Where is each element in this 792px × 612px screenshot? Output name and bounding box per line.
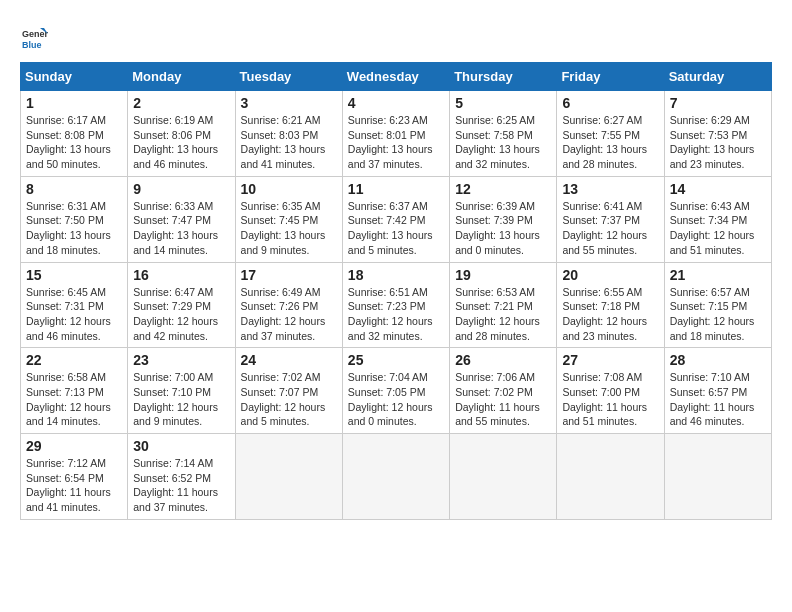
day-info: Sunrise: 6:41 AM Sunset: 7:37 PM Dayligh… <box>562 199 658 258</box>
day-number: 30 <box>133 438 229 454</box>
calendar-cell: 16Sunrise: 6:47 AM Sunset: 7:29 PM Dayli… <box>128 262 235 348</box>
day-number: 5 <box>455 95 551 111</box>
col-header-thursday: Thursday <box>450 63 557 91</box>
day-info: Sunrise: 6:19 AM Sunset: 8:06 PM Dayligh… <box>133 113 229 172</box>
day-number: 1 <box>26 95 122 111</box>
calendar-table: SundayMondayTuesdayWednesdayThursdayFrid… <box>20 62 772 520</box>
calendar-cell: 25Sunrise: 7:04 AM Sunset: 7:05 PM Dayli… <box>342 348 449 434</box>
svg-text:Blue: Blue <box>22 40 42 50</box>
day-info: Sunrise: 7:12 AM Sunset: 6:54 PM Dayligh… <box>26 456 122 515</box>
day-number: 29 <box>26 438 122 454</box>
calendar-cell: 20Sunrise: 6:55 AM Sunset: 7:18 PM Dayli… <box>557 262 664 348</box>
day-number: 14 <box>670 181 766 197</box>
day-number: 11 <box>348 181 444 197</box>
day-info: Sunrise: 6:45 AM Sunset: 7:31 PM Dayligh… <box>26 285 122 344</box>
day-info: Sunrise: 6:49 AM Sunset: 7:26 PM Dayligh… <box>241 285 337 344</box>
day-number: 20 <box>562 267 658 283</box>
calendar-cell <box>450 434 557 520</box>
col-header-friday: Friday <box>557 63 664 91</box>
day-number: 4 <box>348 95 444 111</box>
day-info: Sunrise: 6:21 AM Sunset: 8:03 PM Dayligh… <box>241 113 337 172</box>
header: General Blue <box>20 20 772 52</box>
day-number: 18 <box>348 267 444 283</box>
day-number: 22 <box>26 352 122 368</box>
day-info: Sunrise: 6:31 AM Sunset: 7:50 PM Dayligh… <box>26 199 122 258</box>
day-info: Sunrise: 6:55 AM Sunset: 7:18 PM Dayligh… <box>562 285 658 344</box>
calendar-cell: 19Sunrise: 6:53 AM Sunset: 7:21 PM Dayli… <box>450 262 557 348</box>
calendar-cell: 26Sunrise: 7:06 AM Sunset: 7:02 PM Dayli… <box>450 348 557 434</box>
day-number: 13 <box>562 181 658 197</box>
calendar-cell <box>664 434 771 520</box>
day-number: 25 <box>348 352 444 368</box>
calendar-week-3: 15Sunrise: 6:45 AM Sunset: 7:31 PM Dayli… <box>21 262 772 348</box>
calendar-week-4: 22Sunrise: 6:58 AM Sunset: 7:13 PM Dayli… <box>21 348 772 434</box>
calendar-cell: 11Sunrise: 6:37 AM Sunset: 7:42 PM Dayli… <box>342 176 449 262</box>
calendar-week-5: 29Sunrise: 7:12 AM Sunset: 6:54 PM Dayli… <box>21 434 772 520</box>
calendar-cell: 2Sunrise: 6:19 AM Sunset: 8:06 PM Daylig… <box>128 91 235 177</box>
day-number: 15 <box>26 267 122 283</box>
calendar-header-row: SundayMondayTuesdayWednesdayThursdayFrid… <box>21 63 772 91</box>
day-number: 8 <box>26 181 122 197</box>
day-info: Sunrise: 6:58 AM Sunset: 7:13 PM Dayligh… <box>26 370 122 429</box>
col-header-saturday: Saturday <box>664 63 771 91</box>
day-info: Sunrise: 6:37 AM Sunset: 7:42 PM Dayligh… <box>348 199 444 258</box>
calendar-cell: 22Sunrise: 6:58 AM Sunset: 7:13 PM Dayli… <box>21 348 128 434</box>
calendar-cell: 8Sunrise: 6:31 AM Sunset: 7:50 PM Daylig… <box>21 176 128 262</box>
calendar-cell: 3Sunrise: 6:21 AM Sunset: 8:03 PM Daylig… <box>235 91 342 177</box>
day-number: 12 <box>455 181 551 197</box>
day-number: 21 <box>670 267 766 283</box>
calendar-week-1: 1Sunrise: 6:17 AM Sunset: 8:08 PM Daylig… <box>21 91 772 177</box>
day-number: 10 <box>241 181 337 197</box>
calendar-cell: 1Sunrise: 6:17 AM Sunset: 8:08 PM Daylig… <box>21 91 128 177</box>
calendar-cell: 9Sunrise: 6:33 AM Sunset: 7:47 PM Daylig… <box>128 176 235 262</box>
calendar-cell: 21Sunrise: 6:57 AM Sunset: 7:15 PM Dayli… <box>664 262 771 348</box>
day-info: Sunrise: 6:53 AM Sunset: 7:21 PM Dayligh… <box>455 285 551 344</box>
col-header-sunday: Sunday <box>21 63 128 91</box>
logo: General Blue <box>20 24 52 52</box>
col-header-monday: Monday <box>128 63 235 91</box>
day-info: Sunrise: 7:04 AM Sunset: 7:05 PM Dayligh… <box>348 370 444 429</box>
day-info: Sunrise: 6:25 AM Sunset: 7:58 PM Dayligh… <box>455 113 551 172</box>
calendar-cell: 12Sunrise: 6:39 AM Sunset: 7:39 PM Dayli… <box>450 176 557 262</box>
day-number: 3 <box>241 95 337 111</box>
day-number: 27 <box>562 352 658 368</box>
day-number: 16 <box>133 267 229 283</box>
day-info: Sunrise: 7:02 AM Sunset: 7:07 PM Dayligh… <box>241 370 337 429</box>
calendar-cell: 15Sunrise: 6:45 AM Sunset: 7:31 PM Dayli… <box>21 262 128 348</box>
day-info: Sunrise: 6:23 AM Sunset: 8:01 PM Dayligh… <box>348 113 444 172</box>
calendar-cell <box>557 434 664 520</box>
day-number: 2 <box>133 95 229 111</box>
logo-icon: General Blue <box>20 24 48 52</box>
calendar-cell: 18Sunrise: 6:51 AM Sunset: 7:23 PM Dayli… <box>342 262 449 348</box>
day-number: 24 <box>241 352 337 368</box>
day-info: Sunrise: 6:29 AM Sunset: 7:53 PM Dayligh… <box>670 113 766 172</box>
calendar-cell: 6Sunrise: 6:27 AM Sunset: 7:55 PM Daylig… <box>557 91 664 177</box>
calendar-cell: 4Sunrise: 6:23 AM Sunset: 8:01 PM Daylig… <box>342 91 449 177</box>
day-number: 26 <box>455 352 551 368</box>
calendar-cell: 23Sunrise: 7:00 AM Sunset: 7:10 PM Dayli… <box>128 348 235 434</box>
calendar-cell: 30Sunrise: 7:14 AM Sunset: 6:52 PM Dayli… <box>128 434 235 520</box>
day-number: 9 <box>133 181 229 197</box>
calendar-week-2: 8Sunrise: 6:31 AM Sunset: 7:50 PM Daylig… <box>21 176 772 262</box>
day-number: 17 <box>241 267 337 283</box>
day-number: 28 <box>670 352 766 368</box>
calendar-cell <box>342 434 449 520</box>
calendar-cell: 29Sunrise: 7:12 AM Sunset: 6:54 PM Dayli… <box>21 434 128 520</box>
day-info: Sunrise: 6:17 AM Sunset: 8:08 PM Dayligh… <box>26 113 122 172</box>
calendar-cell: 27Sunrise: 7:08 AM Sunset: 7:00 PM Dayli… <box>557 348 664 434</box>
calendar-cell: 28Sunrise: 7:10 AM Sunset: 6:57 PM Dayli… <box>664 348 771 434</box>
day-info: Sunrise: 7:14 AM Sunset: 6:52 PM Dayligh… <box>133 456 229 515</box>
calendar-cell: 14Sunrise: 6:43 AM Sunset: 7:34 PM Dayli… <box>664 176 771 262</box>
day-number: 19 <box>455 267 551 283</box>
day-info: Sunrise: 6:35 AM Sunset: 7:45 PM Dayligh… <box>241 199 337 258</box>
day-number: 7 <box>670 95 766 111</box>
calendar-cell: 24Sunrise: 7:02 AM Sunset: 7:07 PM Dayli… <box>235 348 342 434</box>
day-info: Sunrise: 6:47 AM Sunset: 7:29 PM Dayligh… <box>133 285 229 344</box>
day-info: Sunrise: 6:43 AM Sunset: 7:34 PM Dayligh… <box>670 199 766 258</box>
day-info: Sunrise: 6:33 AM Sunset: 7:47 PM Dayligh… <box>133 199 229 258</box>
day-info: Sunrise: 7:08 AM Sunset: 7:00 PM Dayligh… <box>562 370 658 429</box>
day-number: 6 <box>562 95 658 111</box>
day-info: Sunrise: 7:10 AM Sunset: 6:57 PM Dayligh… <box>670 370 766 429</box>
calendar-cell: 10Sunrise: 6:35 AM Sunset: 7:45 PM Dayli… <box>235 176 342 262</box>
calendar-cell: 13Sunrise: 6:41 AM Sunset: 7:37 PM Dayli… <box>557 176 664 262</box>
